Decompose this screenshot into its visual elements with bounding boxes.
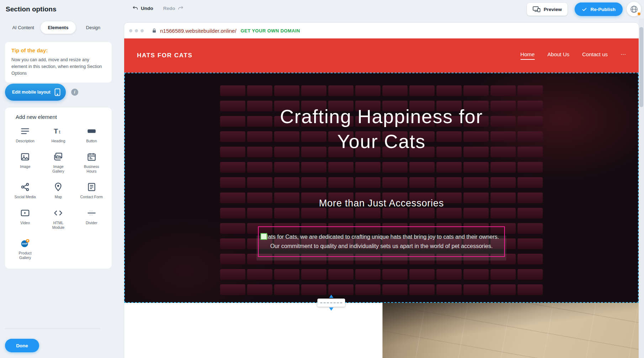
window-dots: [129, 29, 144, 32]
nav-item-about-us[interactable]: About Us: [548, 51, 570, 60]
hero-tile: [355, 284, 381, 295]
tab-elements[interactable]: Elements: [41, 21, 75, 34]
hero-tile: [220, 177, 246, 188]
element-business-hours[interactable]: Business Hours: [75, 152, 108, 174]
undo-button[interactable]: Undo: [132, 5, 153, 11]
hero-subheading: More than Just Accessories: [124, 198, 639, 209]
hero-tile: [410, 162, 435, 173]
element-video[interactable]: Video: [9, 208, 42, 230]
hero-tile: [328, 162, 354, 173]
element-drag-handle[interactable]: [260, 233, 267, 240]
hero-tile: [491, 284, 516, 295]
hero-tile: [301, 269, 327, 280]
element-divider[interactable]: Divider: [75, 208, 108, 230]
topbar: Section options Undo Redo Preview Re-Pub…: [0, 0, 644, 19]
element-label: Heading: [51, 139, 65, 143]
hero-tile: [247, 85, 273, 96]
republish-label: Re-Publish: [590, 7, 616, 12]
resize-dashed-line: [320, 302, 342, 303]
image-icon: [20, 152, 30, 162]
edit-mobile-layout-label: Edit mobile layout: [12, 90, 51, 95]
element-label: Video: [20, 221, 30, 225]
info-icon[interactable]: i: [71, 89, 78, 96]
lock-icon: [152, 28, 157, 33]
hero-tile: [382, 284, 408, 295]
hero-tile: [518, 223, 543, 234]
element-image-gallery[interactable]: Image Gallery: [42, 152, 75, 174]
element-label: Social Media: [15, 195, 36, 199]
preview-button[interactable]: Preview: [527, 3, 568, 16]
sidebar-tabs: AI Content Elements Design: [6, 21, 111, 34]
scrollbar-thumb[interactable]: [639, 27, 643, 107]
hero-tile: [382, 177, 408, 188]
edit-mobile-layout-button[interactable]: Edit mobile layout: [5, 84, 66, 101]
page-title: Section options: [6, 5, 57, 13]
globe-icon: [630, 5, 638, 14]
video-icon: [20, 208, 30, 218]
hero-tile: [274, 269, 300, 280]
hero-tile: [220, 238, 246, 249]
element-description[interactable]: Description: [9, 126, 42, 143]
hero-tile: [410, 269, 435, 280]
hero-tile: [410, 208, 435, 219]
element-social-media[interactable]: Social Media: [9, 182, 42, 199]
sidebar: AI Content Elements Design Tip of the da…: [0, 19, 121, 358]
element-image[interactable]: Image: [9, 152, 42, 174]
site-nav: HomeAbout UsContact us⋯: [521, 51, 626, 60]
hero-tile: [355, 85, 381, 96]
hero-tile: [382, 208, 408, 219]
site-url: n1566589.websitebuilder.online/: [160, 28, 236, 34]
hero-heading-line2: Your Cats: [124, 130, 639, 152]
page-scrollbar[interactable]: [639, 19, 644, 358]
next-section-blank: [124, 303, 382, 358]
hero-tile: [328, 208, 354, 219]
hero-tile: [355, 177, 381, 188]
done-button[interactable]: Done: [5, 339, 39, 352]
redo-button[interactable]: Redo: [163, 5, 184, 11]
description-icon: [20, 126, 30, 136]
language-button[interactable]: [627, 2, 641, 16]
hero-section[interactable]: Crafting Happiness for Your Cats More th…: [124, 73, 639, 303]
hero-tile: [518, 269, 543, 280]
add-element-title: Add new element: [9, 114, 108, 120]
preview-devices-icon: [533, 6, 540, 12]
element-heading[interactable]: TtHeading: [42, 126, 75, 143]
hero-tile: [274, 85, 300, 96]
republish-button[interactable]: Re-Publish: [575, 2, 623, 16]
nav-item-home[interactable]: Home: [521, 51, 535, 60]
heading-icon: Tt: [53, 126, 63, 136]
hero-tile: [328, 85, 354, 96]
tab-ai-content[interactable]: AI Content: [6, 21, 41, 34]
hero-tile: [518, 254, 543, 264]
description-element-selected[interactable]: Hats for Cats, we are dedicated to craft…: [258, 226, 505, 257]
element-label: HTML Module: [47, 221, 70, 230]
button-icon: [87, 126, 96, 136]
hero-tile: [355, 208, 381, 219]
hero-tile: [464, 208, 489, 219]
hero-tile: [382, 269, 408, 280]
phone-icon: [54, 88, 60, 96]
element-product-gallery[interactable]: SHOPProduct Gallery: [9, 238, 42, 260]
element-map[interactable]: Map: [42, 182, 75, 199]
section-resize-handle[interactable]: [317, 299, 345, 307]
element-button[interactable]: Button: [75, 126, 108, 143]
hero-tile: [220, 269, 246, 280]
map-icon: [53, 182, 63, 192]
element-html-module[interactable]: HTML Module: [42, 208, 75, 230]
site-logo[interactable]: HATS FOR CATS: [137, 52, 192, 59]
hero-tile: [491, 85, 516, 96]
get-domain-link[interactable]: GET YOUR OWN DOMAIN: [241, 28, 300, 33]
tip-body: Now you can add, move and resize any ele…: [11, 57, 105, 77]
resize-arrow-up-icon: [329, 295, 333, 298]
tab-design[interactable]: Design: [76, 21, 111, 34]
hero-tile: [464, 177, 489, 188]
contact-form-icon: [87, 182, 96, 192]
nav-item-contact-us[interactable]: Contact us: [582, 51, 608, 60]
hero-tile: [220, 162, 246, 173]
element-contact-form[interactable]: Contact Form: [75, 182, 108, 199]
hero-tile: [247, 208, 273, 219]
hero-tile: [437, 208, 462, 219]
tip-title: Tip of the day:: [11, 47, 105, 53]
hero-tile: [274, 177, 300, 188]
nav-item-more[interactable]: ⋯: [621, 51, 626, 60]
